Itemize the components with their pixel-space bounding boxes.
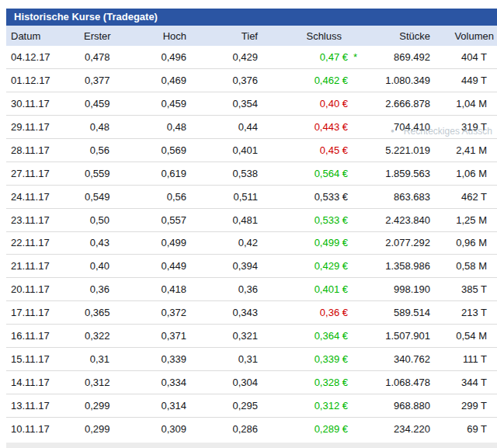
cell-hoch: 0,418	[113, 278, 189, 301]
cell-volumen: 213 T	[433, 301, 497, 325]
cell-volumen: 0,58 M	[433, 255, 497, 278]
cell-erster: 0,365	[84, 301, 113, 325]
table-row: 21.11.170,400,4490,3940,429 €1.358.9860,…	[6, 255, 497, 278]
cell-stuecke: 2.666.878	[351, 92, 433, 116]
table-row: 01.12.170,3770,4690,3760,462 €1.080.3494…	[6, 69, 497, 92]
page-title: Historische Kurse (Tradegate)	[14, 11, 158, 23]
table-row: 20.11.170,360,4180,360,401 €998.190385 T	[6, 278, 497, 301]
cell-hoch: 0,314	[113, 394, 189, 417]
cell-tief: 0,376	[189, 69, 261, 92]
cell-erster: 0,322	[84, 325, 113, 348]
cell-datum: 13.11.17	[6, 394, 84, 417]
cell-tief: 0,286	[189, 417, 261, 440]
table-row: 16.11.170,3220,3710,3210,364 €1.507.9010…	[6, 325, 497, 348]
historical-prices-page: Historische Kurse (Tradegate) Datum Erst…	[0, 0, 497, 448]
cell-volumen: 2,41 M	[433, 139, 497, 162]
cell-erster: 0,31	[84, 347, 113, 370]
cell-erster: 0,299	[84, 394, 113, 417]
cell-hoch: 0,339	[113, 347, 189, 370]
cell-hoch: 0,569	[113, 139, 189, 162]
cell-datum: 15.11.17	[6, 347, 84, 370]
column-header-tief: Tief	[189, 26, 261, 46]
cell-schluss: 0,40 €	[261, 92, 351, 116]
table-row: 15.11.170,310,3390,310,339 €340.762111 T	[6, 347, 497, 370]
cell-datum: 21.11.17	[6, 255, 84, 278]
cell-volumen: 299 T	[433, 394, 497, 417]
cell-hoch: 0,48	[113, 116, 189, 139]
cell-volumen: 449 T	[433, 69, 497, 92]
cell-stuecke: 869.492	[351, 46, 433, 69]
cell-tief: 0,538	[189, 161, 261, 185]
cell-volumen: 319 T	[433, 116, 497, 139]
table-row: 22.11.170,430,4990,420,499 €2.077.2920,9…	[6, 231, 497, 255]
cell-datum: 27.11.17	[6, 161, 84, 185]
cell-erster: 0,478	[84, 46, 113, 69]
cell-schluss: 0,36 €	[261, 301, 351, 325]
cell-schluss: 0,45 €	[261, 139, 351, 162]
table-header: Datum Erster Hoch Tief Schluss Stücke Vo…	[6, 26, 497, 46]
column-header-datum: Datum	[6, 26, 84, 46]
cell-stuecke: 1.507.901	[351, 325, 433, 348]
table-row: 13.11.170,2990,3140,2950,312 €968.880299…	[6, 394, 497, 417]
cell-hoch: 0,469	[113, 69, 189, 92]
cell-erster: 0,299	[84, 417, 113, 440]
cell-tief: 0,44	[189, 116, 261, 139]
cell-datum: 04.12.17	[6, 46, 84, 69]
cell-erster: 0,43	[84, 231, 113, 255]
cell-datum: 20.11.17	[6, 278, 84, 301]
cell-stuecke: 340.762	[351, 347, 433, 370]
cell-volumen: 111 T	[433, 347, 497, 370]
cell-schluss: 0,429 €	[261, 255, 351, 278]
table-title-bar: Historische Kurse (Tradegate)	[6, 9, 497, 26]
cell-volumen: 1,06 M	[433, 161, 497, 185]
historical-prices-table: Datum Erster Hoch Tief Schluss Stücke Vo…	[6, 26, 497, 440]
cell-schluss: 0,564 €	[261, 161, 351, 185]
cell-erster: 0,36	[84, 278, 113, 301]
cell-schluss: 0,499 €	[261, 231, 351, 255]
cell-stuecke: 1.068.478	[351, 370, 433, 394]
cell-datum: 30.11.17	[6, 92, 84, 116]
cell-stuecke: 1.859.563	[351, 161, 433, 185]
cell-tief: 0,511	[189, 185, 261, 208]
table-row: 14.11.170,3120,3340,3040,328 €1.068.4783…	[6, 370, 497, 394]
cell-volumen: 1,25 M	[433, 208, 497, 231]
cell-stuecke: 968.880	[351, 394, 433, 417]
table-row: 28.11.170,560,5690,4010,45 €5.221.0192,4…	[6, 139, 497, 162]
table-row: 30.11.170,4590,4590,3540,40 €2.666.8781,…	[6, 92, 497, 116]
cell-schluss: 0,339 €	[261, 347, 351, 370]
cell-stuecke: 1.358.986	[351, 255, 433, 278]
table-row: 27.11.170,5590,6190,5380,564 €1.859.5631…	[6, 161, 497, 185]
cell-tief: 0,354	[189, 92, 261, 116]
cell-tief: 0,343	[189, 301, 261, 325]
table-row: 29.11.170,480,480,440,443 €704.410319 T	[6, 116, 497, 139]
header-row: Datum Erster Hoch Tief Schluss Stücke Vo…	[6, 26, 497, 46]
cell-schluss: 0,364 €	[261, 325, 351, 348]
cell-schluss: 0,312 €	[261, 394, 351, 417]
column-header-stuecke: Stücke	[351, 26, 433, 46]
cell-tief: 0,295	[189, 394, 261, 417]
cell-erster: 0,312	[84, 370, 113, 394]
cell-hoch: 0,557	[113, 208, 189, 231]
cell-hoch: 0,619	[113, 161, 189, 185]
cell-volumen: 69 T	[433, 417, 497, 440]
cell-hoch: 0,449	[113, 255, 189, 278]
cell-schluss: 0,289 €	[261, 417, 351, 440]
cell-volumen: 385 T	[433, 278, 497, 301]
cell-tief: 0,42	[189, 231, 261, 255]
table-body: 04.12.170,4780,4960,4290,47 €*869.492404…	[6, 46, 497, 440]
column-header-hoch: Hoch	[113, 26, 189, 46]
column-header-volumen: Volumen	[433, 26, 497, 46]
cell-hoch: 0,56	[113, 185, 189, 208]
column-header-erster: Erster	[84, 26, 113, 46]
cell-erster: 0,50	[84, 208, 113, 231]
cell-stuecke: 5.221.019	[351, 139, 433, 162]
cell-datum: 29.11.17	[6, 116, 84, 139]
cell-erster: 0,40	[84, 255, 113, 278]
cell-tief: 0,31	[189, 347, 261, 370]
cell-erster: 0,377	[84, 69, 113, 92]
cell-datum: 28.11.17	[6, 139, 84, 162]
footnote-asterisk: *	[353, 50, 357, 62]
cell-stuecke: 589.514	[351, 301, 433, 325]
cell-hoch: 0,372	[113, 301, 189, 325]
cell-volumen: 0,96 M	[433, 231, 497, 255]
